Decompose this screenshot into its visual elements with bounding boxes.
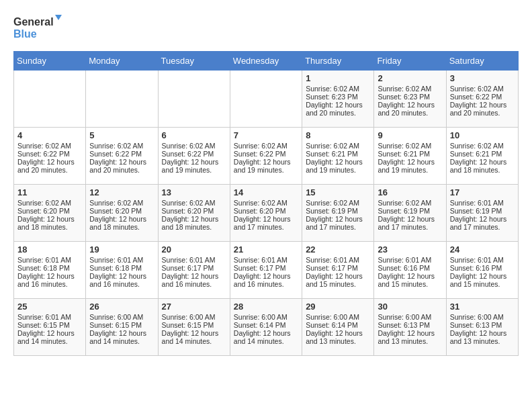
- day-info: and 14 minutes.: [17, 337, 82, 345]
- day-info: Sunset: 6:20 PM: [162, 207, 226, 215]
- day-info: Sunset: 6:17 PM: [234, 264, 298, 272]
- day-info: Daylight: 12 hours: [306, 101, 370, 109]
- calendar-table: SundayMondayTuesdayWednesdayThursdayFrid…: [13, 51, 519, 356]
- day-number: 6: [162, 130, 226, 140]
- calendar-cell: 2Sunrise: 6:02 AMSunset: 6:23 PMDaylight…: [374, 71, 446, 128]
- day-info: Sunset: 6:21 PM: [378, 150, 442, 158]
- day-info: Daylight: 12 hours: [378, 101, 442, 109]
- day-number: 14: [234, 187, 298, 197]
- day-info: and 20 minutes.: [306, 109, 370, 117]
- week-row-2: 4Sunrise: 6:02 AMSunset: 6:22 PMDaylight…: [14, 128, 519, 185]
- day-info: and 16 minutes.: [234, 280, 298, 288]
- day-info: and 15 minutes.: [306, 280, 370, 288]
- day-info: Sunset: 6:13 PM: [378, 321, 442, 329]
- day-info: Daylight: 12 hours: [162, 158, 226, 166]
- calendar-cell: [14, 71, 86, 128]
- day-info: Sunset: 6:18 PM: [17, 264, 82, 272]
- day-info: Sunrise: 6:00 AM: [89, 313, 154, 321]
- logo-icon: GeneralBlue: [13, 13, 67, 40]
- day-info: Daylight: 12 hours: [234, 158, 298, 166]
- day-number: 13: [162, 187, 226, 197]
- day-info: Sunset: 6:17 PM: [306, 264, 370, 272]
- day-info: Daylight: 12 hours: [162, 329, 226, 337]
- day-info: and 13 minutes.: [450, 337, 515, 345]
- day-info: Sunrise: 6:02 AM: [378, 85, 442, 93]
- svg-text:Blue: Blue: [13, 28, 37, 40]
- day-info: Daylight: 12 hours: [378, 158, 442, 166]
- day-info: and 18 minutes.: [162, 223, 226, 231]
- day-info: and 20 minutes.: [17, 166, 82, 174]
- day-info: Sunset: 6:22 PM: [89, 150, 154, 158]
- day-number: 18: [17, 244, 82, 255]
- day-info: Daylight: 12 hours: [306, 215, 370, 223]
- day-info: Daylight: 12 hours: [306, 158, 370, 166]
- page-header: GeneralBlue: [13, 13, 519, 40]
- day-info: Sunrise: 6:02 AM: [306, 142, 370, 150]
- day-info: and 20 minutes.: [450, 109, 515, 117]
- day-info: and 16 minutes.: [162, 280, 226, 288]
- day-number: 10: [450, 130, 515, 140]
- day-info: and 17 minutes.: [234, 223, 298, 231]
- day-info: Sunrise: 6:02 AM: [89, 142, 154, 150]
- day-info: and 17 minutes.: [450, 223, 515, 231]
- day-info: Sunset: 6:17 PM: [162, 264, 226, 272]
- calendar-cell: 31Sunrise: 6:00 AMSunset: 6:13 PMDayligh…: [446, 299, 518, 356]
- day-number: 25: [17, 302, 82, 312]
- day-info: Sunrise: 6:02 AM: [378, 142, 442, 150]
- week-row-4: 18Sunrise: 6:01 AMSunset: 6:18 PMDayligh…: [14, 242, 519, 299]
- day-info: Sunrise: 6:00 AM: [450, 313, 515, 321]
- day-info: and 19 minutes.: [378, 166, 442, 174]
- day-info: and 19 minutes.: [306, 166, 370, 174]
- header-day-saturday: Saturday: [446, 52, 518, 71]
- day-info: Daylight: 12 hours: [234, 329, 298, 337]
- day-number: 4: [17, 130, 82, 140]
- day-info: and 20 minutes.: [89, 166, 154, 174]
- header-day-tuesday: Tuesday: [158, 52, 230, 71]
- day-number: 8: [306, 130, 370, 140]
- calendar-cell: 23Sunrise: 6:01 AMSunset: 6:16 PMDayligh…: [374, 242, 446, 299]
- calendar-cell: [86, 71, 158, 128]
- day-number: 20: [162, 244, 226, 255]
- day-info: Daylight: 12 hours: [450, 101, 515, 109]
- calendar-cell: 9Sunrise: 6:02 AMSunset: 6:21 PMDaylight…: [374, 128, 446, 185]
- day-info: Sunrise: 6:01 AM: [17, 313, 82, 321]
- day-info: and 19 minutes.: [234, 166, 298, 174]
- day-info: Sunset: 6:22 PM: [162, 150, 226, 158]
- calendar-cell: 13Sunrise: 6:02 AMSunset: 6:20 PMDayligh…: [158, 185, 230, 242]
- day-info: Sunrise: 6:01 AM: [450, 199, 515, 207]
- day-info: Sunset: 6:22 PM: [450, 93, 515, 101]
- day-info: Daylight: 12 hours: [17, 158, 82, 166]
- day-info: Daylight: 12 hours: [17, 215, 82, 223]
- day-info: Sunset: 6:16 PM: [378, 264, 442, 272]
- day-number: 7: [234, 130, 298, 140]
- day-info: Daylight: 12 hours: [162, 215, 226, 223]
- calendar-cell: 25Sunrise: 6:01 AMSunset: 6:15 PMDayligh…: [14, 299, 86, 356]
- calendar-cell: 6Sunrise: 6:02 AMSunset: 6:22 PMDaylight…: [158, 128, 230, 185]
- day-info: Daylight: 12 hours: [89, 329, 154, 337]
- day-info: Daylight: 12 hours: [234, 272, 298, 280]
- day-info: Sunrise: 6:02 AM: [450, 85, 515, 93]
- day-info: and 13 minutes.: [306, 337, 370, 345]
- day-number: 1: [306, 73, 370, 83]
- calendar-cell: 29Sunrise: 6:00 AMSunset: 6:14 PMDayligh…: [302, 299, 374, 356]
- day-info: Sunrise: 6:02 AM: [17, 142, 82, 150]
- day-info: Daylight: 12 hours: [234, 215, 298, 223]
- day-info: Sunset: 6:19 PM: [450, 207, 515, 215]
- day-number: 9: [378, 130, 442, 140]
- calendar-cell: [230, 71, 302, 128]
- day-info: Sunset: 6:20 PM: [234, 207, 298, 215]
- day-info: Sunrise: 6:00 AM: [162, 313, 226, 321]
- day-info: Sunset: 6:13 PM: [450, 321, 515, 329]
- day-number: 21: [234, 244, 298, 255]
- day-info: Sunrise: 6:00 AM: [234, 313, 298, 321]
- day-info: Daylight: 12 hours: [89, 158, 154, 166]
- day-info: and 15 minutes.: [450, 280, 515, 288]
- calendar-cell: 19Sunrise: 6:01 AMSunset: 6:18 PMDayligh…: [86, 242, 158, 299]
- day-info: Sunset: 6:15 PM: [17, 321, 82, 329]
- day-info: and 17 minutes.: [378, 223, 442, 231]
- day-number: 30: [378, 302, 442, 312]
- day-info: Daylight: 12 hours: [89, 215, 154, 223]
- day-number: 24: [450, 244, 515, 255]
- header-row: SundayMondayTuesdayWednesdayThursdayFrid…: [14, 52, 519, 71]
- day-info: Daylight: 12 hours: [378, 329, 442, 337]
